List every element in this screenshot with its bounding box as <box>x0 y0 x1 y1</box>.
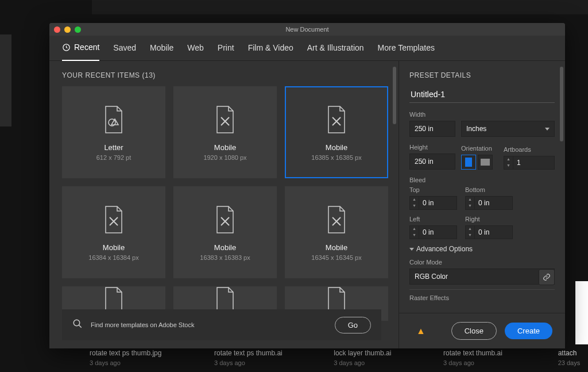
orientation-portrait[interactable] <box>461 155 476 170</box>
new-document-dialog: New Document Recent Saved Mobile Web Pri… <box>49 23 565 348</box>
preset-details-heading: PRESET DETAILS <box>409 71 555 79</box>
height-label: Height <box>409 144 455 151</box>
scrollbar[interactable] <box>393 67 396 124</box>
bleed-top-input[interactable]: ▲▼ <box>409 196 457 210</box>
svg-rect-4 <box>481 159 490 166</box>
chevron-down-icon <box>409 248 414 251</box>
units-select[interactable]: Inches <box>461 121 555 137</box>
tab-saved[interactable]: Saved <box>113 43 136 60</box>
adobe-stock-bar: Find more templates on Adobe Stock Go <box>62 309 381 340</box>
recent-items-heading: YOUR RECENT ITEMS (13) <box>62 71 388 79</box>
zoom-window-icon[interactable] <box>75 26 81 33</box>
link-bleed-icon[interactable] <box>539 269 555 285</box>
preset-card-letter[interactable]: Letter 612 x 792 pt <box>62 86 165 178</box>
svg-point-2 <box>74 320 80 326</box>
tab-film-video[interactable]: Film & Video <box>248 43 293 60</box>
scrollbar[interactable] <box>560 67 563 141</box>
window-title: New Document <box>49 26 565 33</box>
category-tabs: Recent Saved Mobile Web Print Film & Vid… <box>49 36 565 61</box>
height-input[interactable] <box>409 154 455 170</box>
color-mode-select[interactable]: RGB Color <box>409 269 555 285</box>
document-tools-icon <box>212 104 238 135</box>
presets-panel: YOUR RECENT ITEMS (13) Letter 612 x 792 … <box>49 61 399 348</box>
orientation-landscape[interactable] <box>478 155 493 170</box>
warning-icon: ▲ <box>416 326 425 336</box>
raster-effects-label: Raster Effects <box>409 294 555 301</box>
tab-more-templates[interactable]: More Templates <box>378 43 435 60</box>
preset-details-panel: PRESET DETAILS Width Inches Height <box>399 61 565 348</box>
preset-card-mobile-3[interactable]: Mobile 16384 x 16384 px <box>62 186 165 278</box>
preset-card-mobile-4[interactable]: Mobile 16383 x 16383 px <box>173 186 277 278</box>
document-tools-icon <box>324 204 349 235</box>
bleed-right-input[interactable]: ▲▼ <box>465 225 513 239</box>
artboards-stepper[interactable]: ▲▼ <box>504 156 555 170</box>
tab-web[interactable]: Web <box>187 43 204 60</box>
chevron-down-icon <box>545 128 550 131</box>
search-icon <box>72 319 83 331</box>
create-button[interactable]: Create <box>505 323 552 339</box>
document-tools-icon <box>212 204 238 235</box>
tab-mobile[interactable]: Mobile <box>150 43 173 60</box>
color-mode-label: Color Mode <box>409 259 555 266</box>
background-recent-files: rotate text ps thumb.jpg3 days ago rotat… <box>86 349 588 372</box>
bleed-label: Bleed <box>409 177 555 183</box>
minimize-window-icon[interactable] <box>64 26 71 33</box>
document-shape-icon <box>101 104 126 135</box>
close-window-icon[interactable] <box>54 26 60 33</box>
tab-recent[interactable]: Recent <box>62 43 99 61</box>
document-tools-icon <box>324 104 349 135</box>
go-button[interactable]: Go <box>335 317 371 333</box>
width-label: Width <box>409 111 555 118</box>
svg-rect-3 <box>465 158 472 167</box>
preset-card-mobile-2[interactable]: Mobile 16385 x 16385 px <box>285 86 388 178</box>
stock-search-text[interactable]: Find more templates on Adobe Stock <box>91 321 335 328</box>
close-button[interactable]: Close <box>451 322 497 340</box>
orientation-label: Orientation <box>461 145 498 152</box>
titlebar: New Document <box>49 23 565 36</box>
width-input[interactable] <box>409 121 455 137</box>
clock-icon <box>62 43 71 52</box>
preset-card-mobile-5[interactable]: Mobile 16345 x 16345 px <box>285 186 388 278</box>
artboards-label: Artboards <box>504 146 555 153</box>
bleed-bottom-input[interactable]: ▲▼ <box>465 196 513 210</box>
tab-art-illustration[interactable]: Art & Illustration <box>307 43 364 60</box>
advanced-options-toggle[interactable]: Advanced Options <box>409 245 555 253</box>
bleed-left-input[interactable]: ▲▼ <box>409 225 457 239</box>
document-tools-icon <box>101 204 126 235</box>
preset-card-mobile-1[interactable]: Mobile 1920 x 1080 px <box>173 86 277 178</box>
tab-print[interactable]: Print <box>218 43 234 60</box>
document-name-input[interactable] <box>409 89 555 103</box>
dialog-footer: ▲ Close Create <box>399 313 565 348</box>
